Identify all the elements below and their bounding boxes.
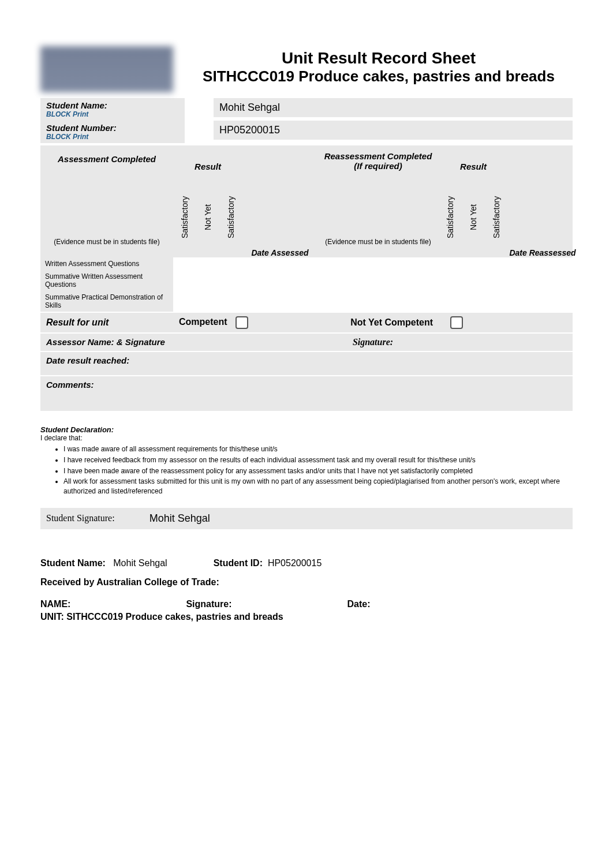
cell-not-yet-sat-2[interactable] [485,257,508,270]
main-title: Unit Result Record Sheet [185,49,573,68]
cell-not-yet[interactable] [196,257,219,270]
footer-student-id-value: HP05200015 [268,558,322,568]
not-yet-col-2a: Not Yet [462,177,485,257]
assessor-label: Assessor Name: & Signature [40,334,173,351]
table-header-2: (Evidence must be in students file) Sati… [40,177,573,257]
cell-not-yet-sat-2[interactable] [485,270,508,291]
student-declaration: Student Declaration: I declare that: I w… [40,425,573,496]
cell-not-yet-sat[interactable] [219,291,242,312]
student-number-value: HP05200015 [214,121,573,140]
assessor-signature-label: Signature: [173,334,573,351]
cell-reassess-evidence [317,270,439,291]
result-for-unit-label: Result for unit [40,314,173,331]
cell-date-reassessed[interactable] [508,270,577,291]
institution-logo [40,46,173,92]
unit-footer-line: UNIT: SITHCCC019 Produce cakes, pastries… [40,612,573,622]
satisfactory-col-2: Satisfactory [439,177,462,257]
declaration-item: I was made aware of all assessment requi… [63,444,573,454]
date-reassessed-col: Date Reassessed [508,237,577,257]
evidence-note-2: (Evidence must be in students file) [317,226,439,257]
date-assessed-col: Date Assessed [242,237,317,257]
cell-satisfactory-2[interactable] [439,257,462,270]
cell-date-assessed[interactable] [242,270,317,291]
cell-not-yet-2[interactable] [462,270,485,291]
student-signature-label: Student Signature: [46,513,115,523]
table-row: Summative Practical Demonstration of Ski… [40,291,573,312]
declaration-item: All work for assessment tasks submitted … [63,477,573,496]
student-number-label: Student Number: [46,123,179,133]
student-name-label-cell: Student Name: BLOCK Print [40,98,185,121]
cell-not-yet-2[interactable] [462,257,485,270]
comments-row: Comments: [40,376,573,411]
comments-label: Comments: [40,376,173,411]
row-label: Summative Written Assessment Questions [40,270,173,291]
cell-reassess-evidence [317,291,439,312]
table-header-1: Assessment Completed Result Reassessment… [40,145,573,177]
result-label-2: Result [439,145,508,177]
student-name-label: Student Name: [46,100,179,110]
date-result-value[interactable] [173,352,573,375]
footer-student-id-label: Student ID: [214,558,263,568]
satisfactory-col-1: Satisfactory [173,177,196,257]
row-label: Summative Practical Demonstration of Ski… [40,291,173,312]
bottom-signature-row: NAME: Signature: Date: [40,599,573,609]
cell-not-yet-sat-2[interactable] [485,291,508,312]
cell-satisfactory[interactable] [173,257,196,270]
declaration-heading: Student Declaration: [40,425,573,434]
date-result-label: Date result reached: [40,352,173,375]
assessor-row: Assessor Name: & Signature Signature: [40,334,573,351]
footer-student-name-label: Student Name: [40,558,106,568]
cell-not-yet[interactable] [196,270,219,291]
footer-name-label: NAME: [40,599,70,609]
sub-title: SITHCCC019 Produce cakes, pastries and b… [185,68,573,85]
cell-not-yet-sat[interactable] [219,257,242,270]
assessment-table: Assessment Completed Result Reassessment… [40,145,573,312]
not-yet-competent-checkbox[interactable] [450,316,463,329]
comments-value[interactable] [173,376,573,411]
declaration-intro: I declare that: [40,434,573,442]
result-label-1: Result [173,145,242,177]
table-row: Written Assessment Questions [40,257,573,270]
cell-satisfactory-2[interactable] [439,270,462,291]
date-result-row: Date result reached: [40,352,573,375]
block-print-2: BLOCK Print [46,133,179,141]
student-number-row: Student Number: BLOCK Print HP05200015 [40,121,573,143]
header-row: Unit Result Record Sheet SITHCCC019 Prod… [40,46,573,92]
student-name-value: Mohit Sehgal [214,98,573,117]
row-label: Written Assessment Questions [40,257,173,270]
not-yet-col-1a: Not Yet [196,177,219,257]
declaration-list: I was made aware of all assessment requi… [63,444,573,496]
student-signature-row: Student Signature: Mohit Sehgal [40,508,573,529]
cell-not-yet-sat[interactable] [219,270,242,291]
not-yet-competent-cell: Not Yet Competent [317,314,439,331]
block-print-1: BLOCK Print [46,110,179,118]
competent-cell: Competent [173,313,317,332]
table-row: Summative Written Assessment Questions [40,270,573,291]
footer-signature-label: Signature: [186,599,231,609]
declaration-item: I have received feedback from my assesso… [63,455,573,465]
cell-date-assessed[interactable] [242,257,317,270]
cell-date-reassessed[interactable] [508,291,577,312]
cell-date-reassessed[interactable] [508,257,577,270]
blank-header [508,145,577,177]
competent-checkbox[interactable] [236,316,248,329]
cell-not-yet[interactable] [196,291,219,312]
declaration-item: I have been made aware of the reassessme… [63,466,573,476]
student-number-label-cell: Student Number: BLOCK Print [40,121,185,143]
blank-header [242,145,317,177]
student-signature-value: Mohit Sehgal [149,512,210,525]
evidence-note-1: (Evidence must be in students file) [40,226,173,257]
title-block: Unit Result Record Sheet SITHCCC019 Prod… [185,46,573,85]
not-yet-col-1b: Satisfactory [219,177,242,257]
cell-satisfactory[interactable] [173,270,196,291]
result-for-unit-row: Result for unit Competent Not Yet Compet… [40,313,573,332]
reassessment-completed-label: Reassessment Completed (If required) [317,145,439,177]
cell-not-yet-2[interactable] [462,291,485,312]
cell-date-assessed[interactable] [242,291,317,312]
cell-satisfactory[interactable] [173,291,196,312]
not-yet-competent-label: Not Yet Competent [350,317,433,327]
footer-student-name-value: Mohit Sehgal [113,558,167,568]
competent-label: Competent [179,317,227,327]
cell-satisfactory-2[interactable] [439,291,462,312]
assessment-completed-label: Assessment Completed [40,145,173,177]
